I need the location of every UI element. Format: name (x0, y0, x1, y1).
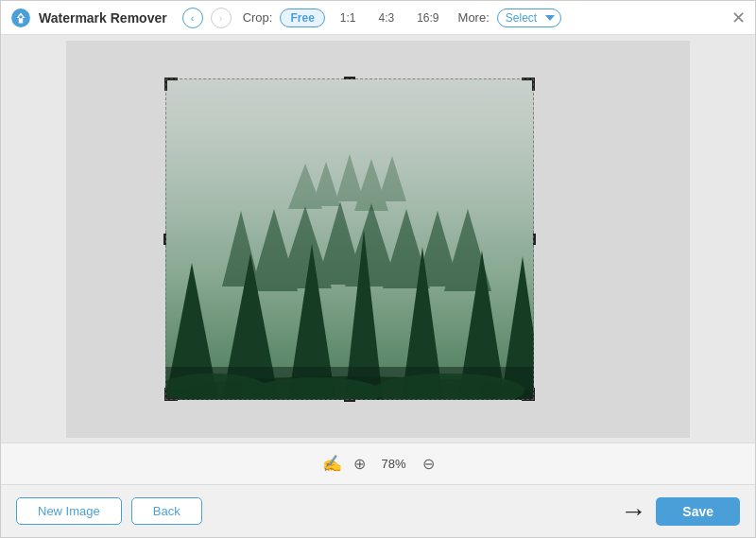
back-nav-arrow[interactable]: ‹ (182, 8, 203, 28)
hand-tool-icon[interactable]: ✍ (322, 454, 342, 474)
zoom-out-icon[interactable]: ⊖ (422, 455, 435, 473)
crop-handle-tl[interactable] (164, 78, 178, 91)
zoom-bar: ✍ ⊕ 78% ⊖ (1, 443, 755, 484)
forest-image (165, 78, 534, 400)
forward-nav-arrow[interactable]: › (211, 8, 232, 28)
main-content (1, 35, 755, 443)
title-bar: Watermark Remover ‹ › Crop: Free 1:1 4:3… (1, 1, 755, 35)
app-logo-icon (10, 8, 31, 28)
crop-169-button[interactable]: 16:9 (409, 9, 446, 26)
save-button[interactable]: Save (656, 497, 740, 526)
svg-rect-34 (165, 367, 534, 400)
crop-handle-bm[interactable] (344, 399, 355, 402)
app-title: Watermark Remover (39, 10, 167, 26)
close-button[interactable]: ✕ (731, 9, 746, 26)
crop-label: Crop: (243, 10, 273, 25)
crop-handle-rm[interactable] (533, 234, 536, 245)
canvas-area (66, 41, 690, 438)
crop-handle-tr[interactable] (522, 78, 535, 91)
more-select[interactable]: Select (497, 9, 561, 27)
crop-11-button[interactable]: 1:1 (333, 9, 364, 26)
arrow-icon: → (620, 496, 646, 527)
crop-free-button[interactable]: Free (280, 9, 324, 27)
crop-handle-lm[interactable] (163, 234, 166, 245)
svg-point-1 (19, 15, 22, 18)
zoom-in-icon[interactable]: ⊕ (353, 455, 366, 473)
zoom-percent: 78% (377, 457, 411, 471)
crop-43-button[interactable]: 4:3 (371, 9, 403, 26)
crop-handle-bl[interactable] (164, 388, 178, 401)
image-container[interactable] (165, 78, 534, 400)
crop-handle-tm[interactable] (344, 77, 355, 79)
new-image-button[interactable]: New Image (16, 497, 122, 525)
footer: New Image Back → Save (1, 484, 755, 537)
crop-handle-br[interactable] (522, 388, 535, 401)
more-label: More: (458, 10, 490, 25)
back-button[interactable]: Back (131, 497, 202, 525)
